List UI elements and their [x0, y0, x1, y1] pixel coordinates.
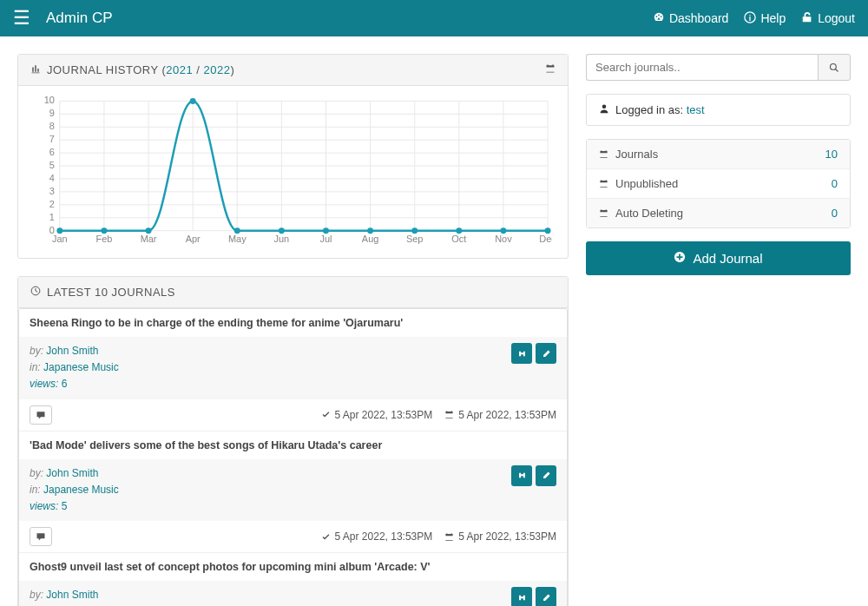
journal-item: 'Bad Mode' delivers some of the best son… [19, 431, 567, 554]
search-group [586, 54, 851, 81]
svg-text:Dec: Dec [539, 234, 552, 244]
plus-icon [674, 251, 686, 266]
stat-item: Auto Deleting0 [587, 199, 850, 227]
comment-button[interactable] [30, 405, 52, 425]
category-link[interactable]: Japanese Music [43, 484, 119, 496]
journal-title: Ghost9 unveil last set of concept photos… [19, 553, 567, 581]
calendar-icon [444, 410, 454, 419]
stat-list: Journals10Unpublished0Auto Deleting0 [586, 139, 851, 228]
pencil-icon [542, 593, 551, 603]
view-button[interactable] [511, 343, 532, 364]
user-icon [599, 103, 609, 116]
svg-text:6: 6 [49, 147, 55, 157]
search-input[interactable] [586, 54, 818, 81]
svg-text:1: 1 [49, 212, 55, 222]
views-link[interactable]: views: 5 [30, 500, 67, 512]
stat-item: Journals10 [587, 140, 850, 169]
svg-text:Jun: Jun [274, 234, 290, 244]
svg-text:i: i [749, 13, 751, 22]
chart-body: 012345678910 JanFebMarAprMayJunJulAugSep… [18, 86, 568, 258]
svg-text:5: 5 [49, 160, 55, 170]
author-link[interactable]: John Smith [46, 589, 98, 601]
calendar-icon[interactable] [545, 63, 556, 76]
latest-panel-header: LATEST 10 JOURNALS [18, 277, 568, 308]
stat-value-link[interactable]: 0 [832, 177, 838, 190]
dashboard-icon [653, 11, 665, 26]
chart-icon [30, 63, 41, 76]
author-link[interactable]: John Smith [46, 467, 98, 479]
add-journal-button[interactable]: Add Journal [586, 241, 851, 275]
info-icon: i [744, 11, 756, 26]
journal-list: Sheena Ringo to be in charge of the endi… [18, 308, 568, 606]
svg-text:Mar: Mar [141, 234, 157, 244]
comment-icon [36, 531, 46, 542]
svg-text:3: 3 [49, 186, 55, 196]
pencil-icon [542, 349, 551, 359]
history-chart: 012345678910 JanFebMarAprMayJunJulAugSep… [34, 96, 552, 248]
binoculars-icon [517, 471, 527, 480]
journal-title: 'Bad Mode' delivers some of the best son… [19, 431, 567, 459]
nav-help[interactable]: i Help [744, 11, 786, 26]
svg-text:Nov: Nov [495, 234, 512, 244]
edit-button[interactable] [536, 343, 556, 364]
svg-text:Aug: Aug [362, 234, 378, 244]
view-button[interactable] [511, 465, 532, 486]
svg-text:9: 9 [49, 108, 55, 118]
brand-title: Admin CP [46, 10, 653, 27]
category-link[interactable]: Japanese Music [43, 361, 119, 373]
svg-point-39 [190, 98, 196, 104]
login-info: Logged in as: test [586, 94, 851, 126]
views-link[interactable]: views: 6 [30, 378, 67, 390]
svg-text:10: 10 [44, 96, 55, 105]
svg-text:Oct: Oct [451, 234, 466, 244]
svg-text:Jan: Jan [52, 234, 68, 244]
nav-dashboard[interactable]: Dashboard [653, 11, 729, 26]
clock-icon [30, 286, 41, 299]
journal-item: Sheena Ringo to be in charge of the endi… [19, 309, 567, 431]
stat-value-link[interactable]: 10 [825, 148, 838, 161]
view-button[interactable] [511, 587, 532, 606]
year-2021-link[interactable]: 2021 [166, 63, 193, 76]
svg-text:Jul: Jul [319, 234, 332, 244]
svg-point-62 [602, 105, 607, 109]
chart-panel-header: JOURNAL HISTORY (2021 / 2022) [18, 55, 568, 86]
binoculars-icon [517, 349, 527, 359]
comment-icon [36, 410, 46, 420]
journal-item: Ghost9 unveil last set of concept photos… [19, 553, 567, 606]
calendar-icon [444, 532, 454, 542]
check-icon [321, 410, 331, 419]
edit-button[interactable] [536, 587, 556, 606]
svg-point-61 [831, 63, 837, 69]
stat-value-link[interactable]: 0 [832, 207, 838, 220]
pencil-icon [542, 471, 551, 480]
binoculars-icon [517, 593, 527, 603]
svg-text:May: May [228, 234, 247, 244]
svg-text:Feb: Feb [96, 234, 113, 244]
latest-panel: LATEST 10 JOURNALS Sheena Ringo to be in… [17, 276, 569, 606]
chart-panel: JOURNAL HISTORY (2021 / 2022) 0123456789… [17, 54, 569, 259]
topbar: ☰ Admin CP Dashboard i Help Logout [0, 0, 868, 36]
login-user-link[interactable]: test [687, 103, 705, 116]
year-2022-link[interactable]: 2022 [204, 63, 231, 76]
svg-text:7: 7 [49, 134, 55, 144]
journal-title: Sheena Ringo to be in charge of the endi… [19, 309, 567, 337]
svg-text:Sep: Sep [406, 234, 423, 244]
edit-button[interactable] [536, 465, 556, 486]
unlock-icon [801, 11, 813, 26]
stat-item: Unpublished0 [587, 169, 850, 199]
top-nav: Dashboard i Help Logout [653, 11, 855, 26]
comment-button[interactable] [30, 527, 52, 546]
svg-text:4: 4 [49, 173, 55, 183]
search-button[interactable] [818, 54, 851, 81]
search-icon [829, 63, 839, 73]
svg-text:8: 8 [49, 121, 55, 131]
menu-icon[interactable]: ☰ [13, 7, 30, 30]
nav-logout[interactable]: Logout [801, 11, 855, 26]
svg-text:2: 2 [49, 199, 55, 209]
author-link[interactable]: John Smith [46, 345, 98, 357]
svg-text:Apr: Apr [186, 234, 201, 244]
check-icon [321, 532, 331, 542]
